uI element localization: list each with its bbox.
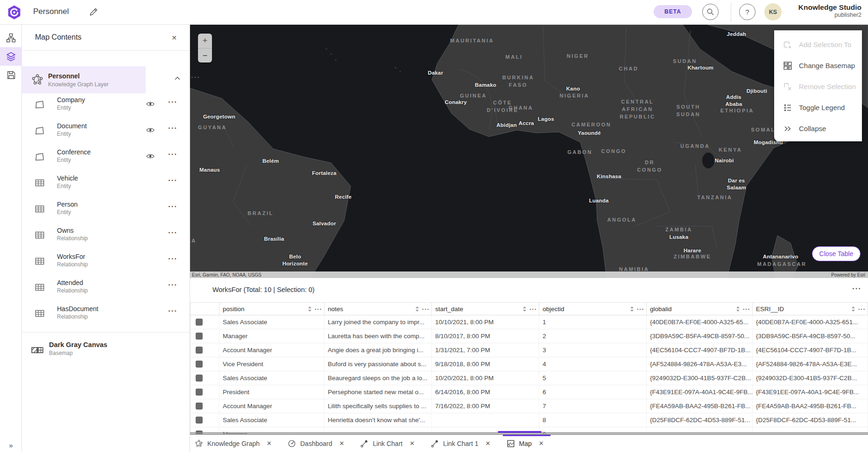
table-row[interactable]: Sales Associate Larry joined the company… (190, 315, 868, 329)
sublayer-options-icon[interactable] (168, 150, 177, 159)
sublayer-options-icon[interactable] (168, 202, 177, 211)
cell-start-date: 8/10/2017, 8:00 PM (432, 329, 539, 343)
cell-start-date: 10/20/2021, 8:00 PM (432, 371, 539, 385)
tab-close-icon[interactable] (409, 440, 415, 447)
sublayer-item-document[interactable]: Document Entity (22, 118, 190, 144)
tab-close-icon[interactable] (267, 440, 272, 447)
map-attribution-bar: Esri, Garmin, FAO, NOAA, USGS Powered by… (190, 271, 868, 278)
column-header-objectid[interactable]: objectid (539, 303, 647, 315)
horizontal-scrollbar[interactable] (190, 431, 868, 433)
table-options-icon[interactable] (852, 284, 861, 293)
tab-dashboard[interactable]: Dashboard (284, 435, 351, 452)
map-city-label: Dar es Salaam (727, 177, 746, 191)
sublayer-item-company[interactable]: Company Entity (22, 91, 190, 118)
tab-close-icon[interactable] (539, 440, 544, 447)
sort-icon[interactable] (630, 306, 634, 312)
tab-map[interactable]: Map (503, 435, 550, 452)
edit-title-pencil-icon[interactable] (89, 7, 98, 17)
table-row[interactable]: Sales Associate Beauregard sleeps on the… (190, 371, 868, 385)
row-checkbox[interactable] (196, 417, 203, 424)
column-options-icon[interactable] (858, 306, 866, 313)
menu-item-toggle-legend[interactable]: Toggle Legend (774, 97, 862, 118)
column-options-icon[interactable] (529, 306, 537, 313)
sublayer-item-vehicle[interactable]: Vehicle Entity (22, 170, 190, 196)
menu-item-collapse[interactable]: Collapse (774, 118, 862, 139)
zoom-out-button[interactable]: − (198, 48, 212, 63)
sublayer-item-attended[interactable]: Attended Relationship (22, 274, 190, 300)
zoom-in-button[interactable]: + (198, 34, 212, 48)
sublayer-options-icon[interactable] (168, 97, 177, 107)
tab-close-icon[interactable] (339, 440, 344, 447)
map-city-label: Georgetown (203, 113, 235, 120)
rail-layers-button[interactable] (0, 47, 22, 66)
sort-icon[interactable] (308, 306, 312, 312)
panel-close-icon[interactable] (169, 33, 179, 43)
column-header-position[interactable]: position (219, 303, 325, 315)
sort-icon[interactable] (522, 306, 527, 312)
sublayer-options-icon[interactable] (168, 280, 177, 290)
row-checkbox[interactable] (196, 333, 203, 340)
sort-icon[interactable] (851, 306, 855, 312)
rail-save-button[interactable] (0, 66, 22, 84)
column-options-icon[interactable] (743, 306, 750, 313)
row-checkbox[interactable] (196, 361, 203, 368)
sort-icon[interactable] (736, 306, 740, 312)
sublayer-item-person[interactable]: Person Entity (22, 196, 190, 222)
sublayer-item-worksfor[interactable]: WorksFor Relationship (22, 248, 190, 274)
layer-options-icon[interactable] (191, 73, 200, 82)
column-header-esri-id[interactable]: ESRI__ID (753, 303, 868, 315)
basemap-item[interactable]: Dark Gray Canvas Basemap (22, 337, 190, 365)
sublayer-options-icon[interactable] (168, 228, 177, 237)
sublayer-item-hasdocument[interactable]: HasDocument Relationship (22, 300, 190, 327)
visibility-eye-icon[interactable] (146, 99, 155, 109)
map-canvas[interactable]: MAURITANIAMALINIGERSUDANCHADBURKINA FASO… (190, 25, 868, 278)
avatar[interactable]: KS (764, 3, 782, 21)
row-checkbox[interactable] (196, 375, 203, 382)
tab-link-chart[interactable]: Link Chart (356, 435, 421, 452)
tab-link-chart-1[interactable]: Link Chart 1 (427, 435, 497, 452)
row-checkbox[interactable] (196, 347, 203, 354)
row-checkbox[interactable] (196, 319, 203, 326)
sublayer-options-icon[interactable] (168, 254, 177, 264)
attribute-table-panel: WorksFor (Total: 10 | Selection: 0) posi… (190, 278, 868, 434)
table-row[interactable]: Vice President Buford is very passionate… (190, 357, 868, 371)
basemap-type: Basemap (49, 350, 73, 356)
tab-close-icon[interactable] (486, 440, 491, 447)
column-options-icon[interactable] (637, 306, 644, 313)
column-header-start-date[interactable]: start_date (432, 303, 539, 315)
tab-knowledge-graph[interactable]: Knowledge Graph (191, 435, 278, 452)
table-row[interactable]: President Persephone started new metal o… (190, 385, 868, 399)
search-button[interactable] (702, 4, 719, 20)
close-table-button[interactable]: Close Table (812, 246, 861, 261)
rail-data-model-button[interactable] (0, 28, 22, 47)
column-header-globalid[interactable]: globalid (647, 303, 753, 315)
knowledge-graph-icon (31, 74, 43, 86)
layer-item-personnel[interactable]: Personnel Knowledge Graph Layer (22, 66, 146, 93)
table-row[interactable]: Sales Associate Henrietta doesn't know w… (190, 413, 868, 427)
row-checkbox[interactable] (196, 403, 203, 410)
map-city-label: Dakar (428, 70, 443, 76)
layers-icon (6, 52, 16, 62)
sublayer-options-icon[interactable] (168, 124, 177, 133)
help-button[interactable]: ? (739, 4, 755, 20)
column-options-icon[interactable] (422, 306, 430, 313)
sublayer-item-owns[interactable]: Owns Relationship (22, 222, 190, 248)
column-header-notes[interactable]: notes (325, 303, 432, 315)
visibility-eye-icon[interactable] (146, 152, 155, 161)
cell-start-date: 7/16/2022, 8:00 PM (432, 399, 539, 413)
sublayer-options-icon[interactable] (168, 176, 177, 185)
collapse-chevron-up-icon[interactable] (174, 75, 181, 82)
row-checkbox[interactable] (196, 389, 203, 396)
table-row[interactable]: Manager Lauretta has been with the comp.… (190, 329, 868, 343)
visibility-eye-icon[interactable] (146, 125, 155, 135)
column-options-icon[interactable] (315, 306, 322, 313)
sublayer-item-conference[interactable]: Conference Entity (22, 144, 190, 170)
tab-label: Dashboard (300, 440, 332, 447)
sort-icon[interactable] (415, 306, 419, 312)
expand-rail-icon[interactable] (0, 441, 22, 449)
menu-item-change-basemap[interactable]: Change Basemap (774, 55, 862, 76)
table-row[interactable]: Account Manager Angie does a great job b… (190, 343, 868, 357)
table-row[interactable]: Account Manager Lilith specifically sell… (190, 399, 868, 413)
scrollbar-thumb[interactable] (498, 431, 542, 433)
sublayer-options-icon[interactable] (168, 306, 177, 316)
